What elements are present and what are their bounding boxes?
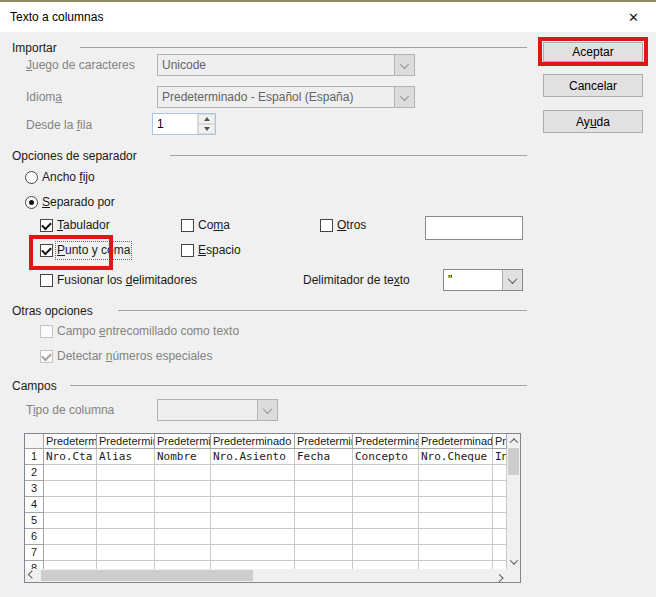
divider xyxy=(170,155,527,156)
merge-delimiters-checkbox[interactable] xyxy=(40,274,53,287)
table-cell xyxy=(211,481,295,497)
table-cell xyxy=(155,513,211,529)
chevron-down-icon xyxy=(394,87,414,107)
title-bar: Texto a columnas ✕ xyxy=(0,2,656,32)
table-cell xyxy=(353,513,419,529)
table-row: 3 xyxy=(25,481,507,497)
tab-checkbox[interactable] xyxy=(40,219,53,232)
column-header[interactable]: Predeterminado xyxy=(44,434,97,449)
dialog-title: Texto a columnas xyxy=(10,10,103,24)
table-cell xyxy=(44,561,97,569)
table-cell xyxy=(211,545,295,561)
text-to-columns-dialog: Texto a columnas ✕ Importar Juego de car… xyxy=(0,0,656,597)
fixed-width-radio[interactable] xyxy=(25,171,38,184)
column-header[interactable]: Predeterminado xyxy=(295,434,353,449)
column-header[interactable]: Predeterminado xyxy=(419,434,493,449)
table-cell xyxy=(155,561,211,569)
separated-by-label[interactable]: Separado por xyxy=(42,195,115,210)
text-delimiter-value[interactable]: " xyxy=(444,270,502,290)
table-row: 6 xyxy=(25,529,507,545)
space-label[interactable]: Espacio xyxy=(198,243,241,258)
table-cell xyxy=(295,481,353,497)
table-cell xyxy=(295,465,353,481)
table-cell xyxy=(419,497,493,513)
close-icon[interactable]: ✕ xyxy=(611,2,656,32)
semicolon-checkbox[interactable] xyxy=(40,244,53,257)
table-cell xyxy=(155,465,211,481)
cancel-button[interactable]: Cancelar xyxy=(543,74,643,97)
table-cell xyxy=(44,545,97,561)
table-cell xyxy=(353,545,419,561)
row-number: 5 xyxy=(25,513,44,529)
merge-delimiters-label[interactable]: Fusionar los delimitadores xyxy=(57,273,197,288)
column-header[interactable]: Predeterminado xyxy=(97,434,155,449)
table-cell xyxy=(493,465,507,481)
separated-by-radio[interactable] xyxy=(25,196,38,209)
table-corner-cell xyxy=(25,434,44,449)
space-checkbox[interactable] xyxy=(181,244,194,257)
other-checkbox[interactable] xyxy=(320,219,333,232)
table-cell: Alias xyxy=(97,449,155,465)
table-cell xyxy=(97,497,155,513)
other-separator-input[interactable] xyxy=(425,216,523,240)
horizontal-scrollbar[interactable] xyxy=(25,569,507,582)
spin-down-icon[interactable] xyxy=(198,124,215,134)
table-cell: Nro.Asiento xyxy=(211,449,295,465)
help-button[interactable]: Ayuda xyxy=(543,110,643,133)
text-delimiter-label: Delimitador de texto xyxy=(303,273,410,288)
table-row: 8 xyxy=(25,561,507,569)
table-cell xyxy=(353,529,419,545)
table-row: 5 xyxy=(25,513,507,529)
table-cell xyxy=(493,497,507,513)
language-label: Idioma xyxy=(26,90,62,104)
divider xyxy=(118,310,527,311)
table-cell xyxy=(493,529,507,545)
vertical-scroll-thumb[interactable] xyxy=(508,448,519,475)
table-cell xyxy=(419,561,493,569)
other-label[interactable]: Otros xyxy=(337,218,366,233)
text-delimiter-select[interactable]: " xyxy=(443,269,523,291)
vertical-scrollbar[interactable] xyxy=(507,434,520,569)
column-header[interactable]: Predeterminado xyxy=(353,434,419,449)
table-cell xyxy=(155,545,211,561)
row-number: 6 xyxy=(25,529,44,545)
table-cell xyxy=(295,545,353,561)
table-cell: In xyxy=(493,449,507,465)
language-value: Predeterminado - Español (España) xyxy=(158,87,394,107)
scroll-up-icon[interactable] xyxy=(507,434,520,448)
comma-checkbox[interactable] xyxy=(181,219,194,232)
row-number: 8 xyxy=(25,561,44,569)
language-select: Predeterminado - Español (España) xyxy=(157,86,415,108)
from-row-label: Desde la fila xyxy=(26,118,92,132)
semicolon-label[interactable]: Punto y coma xyxy=(57,243,130,258)
scroll-right-icon[interactable] xyxy=(493,569,507,582)
column-header[interactable]: Pr xyxy=(493,434,507,449)
scroll-down-icon[interactable] xyxy=(507,555,520,569)
chevron-down-icon[interactable] xyxy=(502,270,522,290)
from-row-value[interactable]: 1 xyxy=(153,114,197,134)
row-number: 4 xyxy=(25,497,44,513)
table-cell xyxy=(44,465,97,481)
table-cell xyxy=(97,513,155,529)
fixed-width-label[interactable]: Ancho fijo xyxy=(42,170,95,185)
horizontal-scroll-thumb[interactable] xyxy=(41,570,253,581)
table-cell xyxy=(353,561,419,569)
column-header[interactable]: Predeterminado xyxy=(155,434,211,449)
table-cell xyxy=(97,465,155,481)
table-cell xyxy=(97,545,155,561)
preview-table-grid[interactable]: PredeterminadoPredeterminadoPredetermina… xyxy=(25,434,507,569)
table-cell xyxy=(44,481,97,497)
spin-up-icon[interactable] xyxy=(198,114,215,124)
table-cell xyxy=(493,513,507,529)
charset-value: Unicode xyxy=(158,55,394,75)
preview-table[interactable]: PredeterminadoPredeterminadoPredetermina… xyxy=(24,433,521,583)
column-header[interactable]: Predeterminado xyxy=(211,434,295,449)
table-cell xyxy=(295,529,353,545)
charset-select: Unicode xyxy=(157,54,415,76)
table-cell xyxy=(353,465,419,481)
tab-label[interactable]: Tabulador xyxy=(57,218,110,233)
accept-button[interactable]: Aceptar xyxy=(543,42,643,62)
scroll-left-icon[interactable] xyxy=(25,569,39,582)
from-row-stepper[interactable]: 1 xyxy=(152,113,216,135)
comma-label[interactable]: Coma xyxy=(198,218,230,233)
